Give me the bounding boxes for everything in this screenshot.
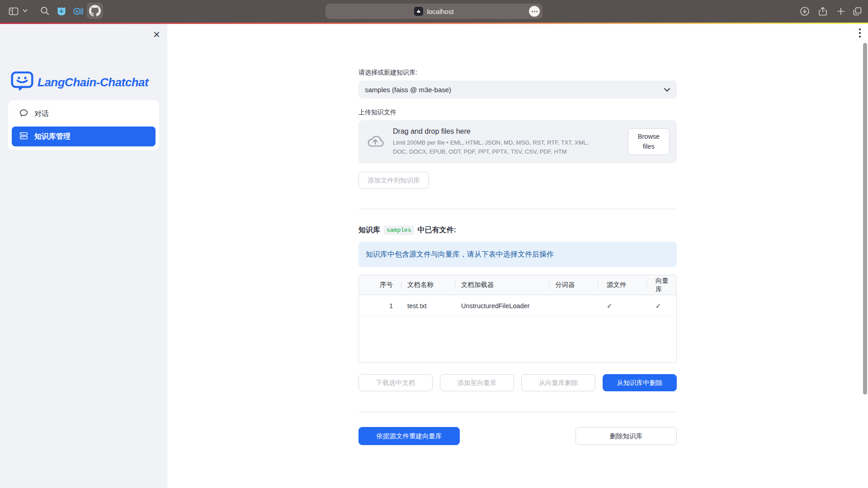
table-row[interactable]: 1 test.txt UnstructuredFileLoader ✓ ✓ [359,295,676,317]
table-header[interactable]: 向量库 [646,275,676,295]
app-logo: LangChain-Chatchat [11,71,148,94]
app-menu-icon[interactable] [859,28,861,38]
sidebar-item-label: 知识库管理 [34,132,71,141]
sidebar-nav: 对话 知识库管理 [8,100,159,150]
sidebar-toggle-icon[interactable] [8,6,19,17]
github-icon [89,5,101,17]
tab-overview-icon[interactable] [852,6,863,17]
address-bar[interactable]: localhost [326,4,542,19]
add-files-to-kb-button[interactable]: 添加文件到知识库 [359,172,429,189]
info-alert: 知识库中包含源文件与向量库，请从下表中选择文件后操作 [359,242,677,267]
kb-files-table[interactable]: 序号 文档名称 文档加载器 分词器 源文件 向量库 1 test.txt Uns… [359,275,677,363]
sidebar-item-dialogue[interactable]: 对话 [12,104,156,124]
database-icon [19,131,28,142]
chevron-down-icon [664,86,670,94]
browser-toolbar: localhost [0,0,868,23]
extension-github-chip[interactable] [87,3,103,19]
cell-index: 1 [359,302,401,310]
sidebar-chevron-icon[interactable] [23,9,28,13]
add-to-vector-store-button[interactable]: 添加至向量库 [440,374,514,391]
logo-text: LangChain-Chatchat [38,75,148,89]
kb-heading-prefix: 知识库 [359,225,380,235]
table-header[interactable]: 序号 [359,275,401,295]
table-header-row: 序号 文档名称 文档加载器 分词器 源文件 向量库 [359,275,676,295]
logo-chat-bubble-icon [11,71,33,94]
dropzone-limit-text: Limit 200MB per file • EML, HTML, JSON, … [393,138,594,156]
cloud-upload-icon [366,131,385,152]
delete-from-kb-button[interactable]: 从知识库中删除 [603,374,677,391]
upload-label: 上传知识文件 [359,108,677,117]
site-favicon [414,7,423,16]
share-icon[interactable] [817,6,828,17]
sidebar-item-kb-management[interactable]: 知识库管理 [12,127,156,146]
sidebar-close-icon[interactable]: × [153,28,160,40]
rebuild-vector-store-button[interactable]: 依据源文件重建向量库 [359,427,460,445]
dropzone-title: Drag and drop files here [393,127,615,136]
address-url: localhost [427,8,453,15]
file-dropzone[interactable]: Drag and drop files here Limit 200MB per… [359,120,677,163]
download-selected-button[interactable]: 下载选中文档 [359,374,433,391]
kb-select-label: 请选择或新建知识库: [359,69,677,77]
sidebar-item-label: 对话 [34,109,49,119]
page-options-icon[interactable] [529,6,540,17]
cell-doc-name: test.txt [401,302,455,310]
kb-files-heading: 知识库 samples 中已有文件: [359,225,677,235]
new-tab-icon[interactable] [835,6,846,17]
delete-kb-button[interactable]: 删除知识库 [576,427,677,445]
chat-bubble-icon [19,108,28,120]
search-icon[interactable] [40,6,50,16]
main-content: 请选择或新建知识库: samples (faiss @ m3e-base) 上传… [167,24,868,488]
kb-heading-suffix: 中已有文件: [418,225,456,235]
sidebar: × LangChain-Chatchat 对话 [0,24,167,488]
divider [359,412,677,412]
extension-cat-icon[interactable] [56,6,67,17]
divider [359,209,677,209]
browse-files-button[interactable]: Browse files [628,128,670,155]
table-header[interactable]: 源文件 [598,275,646,295]
file-actions: 下载选中文档 添加至向量库 从向量库删除 从知识库中删除 [359,374,677,391]
downloads-icon[interactable] [799,6,810,17]
kb-select-value: samples (faiss @ m3e-base) [365,86,451,94]
kb-name-code: samples [384,225,414,235]
scrollbar-thumb[interactable] [863,43,867,394]
remove-from-vector-store-button[interactable]: 从向量库删除 [521,374,595,391]
table-header[interactable]: 文档名称 [401,275,455,295]
table-header[interactable]: 分词器 [549,275,598,295]
kb-level-actions: 依据源文件重建向量库 删除知识库 [359,427,677,445]
cell-source-check: ✓ [598,302,646,310]
cell-loader: UnstructuredFileLoader [455,302,549,310]
kb-select[interactable]: samples (faiss @ m3e-base) [359,80,677,99]
cell-vector-check: ✓ [646,302,676,310]
extension-star-icon[interactable] [72,6,83,17]
table-header[interactable]: 文档加载器 [455,275,549,295]
